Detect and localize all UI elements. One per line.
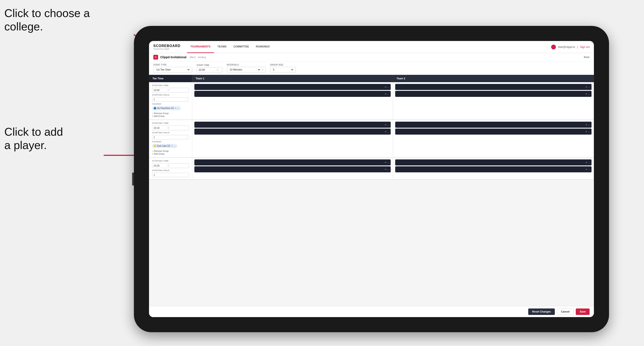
player-row[interactable]: ✕ ⌄ — [194, 166, 391, 172]
player-row[interactable]: ✕ ⌄ — [194, 84, 391, 90]
nav-right: blair@clippd.io | Sign out — [551, 45, 590, 49]
starting-time-input-1[interactable]: ⓘ — [152, 88, 189, 93]
reset-button[interactable]: Reset Changes — [528, 309, 555, 315]
player-row[interactable]: ✕ ⌄ — [194, 129, 391, 135]
player-row[interactable]: ✕ ⌄ — [395, 129, 592, 135]
player-expand-btn[interactable]: ⌄ — [387, 161, 389, 164]
table-header: Tee Time Team 1 Team 2 — [149, 75, 594, 82]
player-x-btn[interactable]: ✕ — [586, 161, 587, 164]
hosting-badge: Hosting — [198, 56, 206, 58]
hole-field-2[interactable] — [154, 136, 162, 139]
time-field-2[interactable] — [154, 127, 166, 129]
starting-time-input-2[interactable]: ⓘ — [152, 126, 189, 130]
starting-hole-label-2: STARTING HOLE: — [152, 132, 189, 134]
group-size-label: Group Size — [270, 64, 296, 66]
course-expand-2[interactable]: ⌄ — [174, 145, 176, 147]
starting-time-input-3[interactable]: ⓘ — [152, 163, 189, 168]
add-group-2[interactable]: + Add Group — [152, 153, 189, 155]
starting-hole-input-2[interactable]: ⌄ — [152, 135, 189, 139]
course-expand-1[interactable]: ⌄ — [178, 107, 179, 109]
start-type-control[interactable]: 1st Tee Start — [153, 67, 192, 72]
left-panel-3: STARTING TIME: ⓘ STARTING HOLE: — [149, 158, 192, 179]
player-x-btn[interactable]: ✕ — [385, 86, 386, 88]
course-label-2: COURSE: — [152, 141, 189, 143]
player-x-btn[interactable]: ✕ — [586, 131, 587, 133]
nav-rankings[interactable]: RANKINGS — [252, 41, 273, 53]
starting-hole-label-1: STARTING HOLE: — [152, 94, 189, 96]
players-panel-team1-3: ✕ ⌄ ✕ ⌄ — [192, 158, 393, 179]
player-row[interactable]: ✕ ⌄ — [395, 91, 592, 97]
player-row[interactable]: ✕ ⌄ — [194, 160, 391, 166]
group-size-select[interactable]: 3 — [272, 68, 294, 71]
player-expand-btn[interactable]: ⌄ — [387, 93, 389, 95]
nav-tournaments[interactable]: TOURNAMENTS — [187, 41, 214, 53]
hole-field-1[interactable] — [154, 98, 162, 101]
player-expand-btn[interactable]: ⌄ — [387, 131, 389, 133]
course-remove-2[interactable]: ✕ — [171, 145, 173, 147]
player-expand-btn[interactable]: ⌄ — [387, 124, 389, 126]
player-expand-btn[interactable]: ⌄ — [588, 86, 590, 88]
group-size-control[interactable]: 3 — [270, 67, 296, 72]
cancel-button[interactable]: Cancel — [557, 309, 574, 315]
group-size-group: Group Size 3 — [270, 64, 296, 72]
player-x-btn[interactable]: ✕ — [385, 161, 386, 164]
add-icon-1: + — [152, 115, 153, 117]
course-tag-icon-2: 🟡 — [154, 145, 156, 147]
player-expand-btn[interactable]: ⌄ — [588, 93, 590, 95]
start-type-select[interactable]: 1st Tee Start — [155, 68, 190, 71]
player-expand-btn[interactable]: ⌄ — [588, 131, 590, 133]
th-team1: Team 1 — [192, 75, 393, 82]
start-time-input[interactable] — [198, 68, 216, 71]
player-expand-btn[interactable]: ⌄ — [588, 124, 590, 126]
annotation-bottom: Click to add a player. — [4, 125, 63, 152]
remove-icon-1: ○ — [152, 112, 153, 115]
nav-committee[interactable]: COMMITTEE — [230, 41, 252, 53]
player-x-btn[interactable]: ✕ — [586, 124, 587, 126]
player-x-btn[interactable]: ✕ — [385, 168, 386, 171]
player-expand-btn[interactable]: ⌄ — [588, 161, 590, 164]
starting-hole-input-3[interactable] — [152, 173, 189, 177]
course-tag-2[interactable]: 🟡 East Lake GC ✕ ⌄ — [152, 144, 177, 148]
start-time-control[interactable]: ⓘ — [196, 67, 222, 72]
remove-group-1[interactable]: ○ Remove Group — [152, 112, 189, 115]
time-field-3[interactable] — [154, 164, 166, 167]
starting-time-label-3: STARTING TIME: — [152, 160, 189, 162]
player-row[interactable]: ✕ ⌄ — [395, 166, 592, 172]
main-content: Tee Time Team 1 Team 2 STARTING TIME: ⓘ … — [149, 75, 594, 317]
player-expand-btn[interactable]: ⌄ — [588, 168, 590, 171]
player-x-btn[interactable]: ✕ — [385, 93, 386, 95]
player-x-btn[interactable]: ✕ — [586, 168, 587, 171]
player-row[interactable]: ✕ ⌄ — [194, 91, 391, 97]
intervals-control[interactable]: 10 Minutes ⓘ — [227, 67, 266, 72]
remove-group-2[interactable]: ○ Remove Group — [152, 150, 189, 152]
save-button[interactable]: Save — [576, 309, 590, 315]
action-links-1: ○ Remove Group + Add Group — [152, 112, 189, 117]
starting-hole-input-1[interactable]: ⌄ — [152, 97, 189, 102]
player-expand-btn[interactable]: ⌄ — [387, 168, 389, 171]
nav-teams[interactable]: TEAMS — [214, 41, 230, 53]
start-type-group: Start Type 1st Tee Start — [153, 64, 192, 72]
course-tag-1[interactable]: 🔵 (A) Peachtree GC ✕ ⌄ — [152, 106, 181, 110]
player-row[interactable]: ✕ ⌄ — [395, 84, 592, 90]
time-info-1: ⓘ — [167, 89, 170, 92]
player-x-btn[interactable]: ✕ — [385, 131, 386, 133]
remove-group-text-2: Remove Group — [154, 150, 169, 152]
course-remove-1[interactable]: ✕ — [175, 107, 177, 109]
back-button[interactable]: Back — [584, 56, 590, 59]
player-expand-btn[interactable]: ⌄ — [387, 86, 389, 88]
clippd-logo: C — [153, 55, 158, 59]
annotation-line2: college. — [4, 20, 43, 33]
intervals-select[interactable]: 10 Minutes — [229, 68, 261, 71]
add-group-1[interactable]: + Add Group — [152, 115, 189, 117]
hole-field-3[interactable] — [154, 174, 162, 176]
start-time-group: Start Time ⓘ — [196, 64, 222, 72]
player-row[interactable]: ✕ ⌄ — [395, 122, 592, 128]
player-row[interactable]: ✕ ⌄ — [194, 122, 391, 128]
players-panel-team2-3: ✕ ⌄ ✕ ⌄ — [393, 158, 594, 179]
player-row[interactable]: ✕ ⌄ — [395, 160, 592, 166]
time-field-1[interactable] — [154, 89, 166, 91]
player-x-btn[interactable]: ✕ — [586, 86, 587, 88]
sign-out-link[interactable]: Sign out — [580, 45, 590, 48]
player-x-btn[interactable]: ✕ — [385, 124, 386, 126]
player-x-btn[interactable]: ✕ — [586, 93, 587, 95]
